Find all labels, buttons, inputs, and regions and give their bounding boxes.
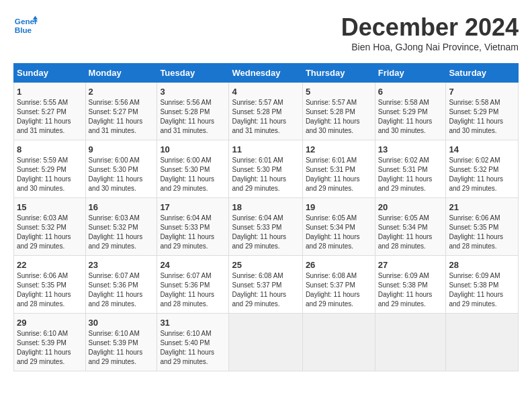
day-info: Sunrise: 6:05 AM Sunset: 5:34 PM Dayligh… [306,214,372,251]
day-cell: 16Sunrise: 6:03 AM Sunset: 5:32 PM Dayli… [85,198,157,256]
day-info: Sunrise: 6:10 AM Sunset: 5:40 PM Dayligh… [160,329,226,367]
day-cell [446,314,519,371]
day-number: 7 [449,87,515,97]
day-cell: 29Sunrise: 6:10 AM Sunset: 5:39 PM Dayli… [14,314,86,371]
col-wednesday: Wednesday [229,64,302,83]
day-cell: 20Sunrise: 6:05 AM Sunset: 5:34 PM Dayli… [375,198,446,256]
day-number: 2 [89,87,154,97]
day-cell: 8Sunrise: 5:59 AM Sunset: 5:29 PM Daylig… [14,140,86,198]
day-cell: 30Sunrise: 6:10 AM Sunset: 5:39 PM Dayli… [85,314,157,371]
day-cell: 1Sunrise: 5:55 AM Sunset: 5:27 PM Daylig… [14,83,86,140]
week-row-3: 22Sunrise: 6:06 AM Sunset: 5:35 PM Dayli… [14,256,519,314]
day-cell: 10Sunrise: 6:00 AM Sunset: 5:30 PM Dayli… [157,140,229,198]
day-info: Sunrise: 6:00 AM Sunset: 5:30 PM Dayligh… [160,156,226,193]
day-info: Sunrise: 6:07 AM Sunset: 5:36 PM Dayligh… [160,271,226,309]
day-info: Sunrise: 6:08 AM Sunset: 5:37 PM Dayligh… [306,271,372,309]
day-info: Sunrise: 6:03 AM Sunset: 5:32 PM Dayligh… [17,214,83,251]
day-number: 26 [306,260,372,270]
day-info: Sunrise: 6:02 AM Sunset: 5:31 PM Dayligh… [378,156,443,193]
day-info: Sunrise: 5:57 AM Sunset: 5:28 PM Dayligh… [306,98,372,136]
day-number: 13 [378,144,443,154]
day-number: 24 [160,260,226,270]
day-cell [302,314,375,371]
day-number: 29 [17,318,83,328]
col-tuesday: Tuesday [157,64,229,83]
col-monday: Monday [85,64,157,83]
day-cell [375,314,446,371]
day-info: Sunrise: 6:05 AM Sunset: 5:34 PM Dayligh… [378,214,443,251]
day-number: 30 [89,318,154,328]
day-info: Sunrise: 5:58 AM Sunset: 5:29 PM Dayligh… [449,98,515,136]
day-cell: 28Sunrise: 6:09 AM Sunset: 5:38 PM Dayli… [446,256,519,314]
day-number: 16 [89,202,154,212]
day-number: 8 [17,144,83,154]
header: General Blue December 2024 Bien Hoa, GJo… [13,13,519,60]
day-number: 28 [449,260,515,270]
day-info: Sunrise: 5:57 AM Sunset: 5:28 PM Dayligh… [232,98,299,136]
day-number: 23 [89,260,154,270]
day-info: Sunrise: 6:03 AM Sunset: 5:32 PM Dayligh… [89,214,154,251]
day-info: Sunrise: 6:09 AM Sunset: 5:38 PM Dayligh… [378,271,443,309]
calendar-table: Sunday Monday Tuesday Wednesday Thursday… [13,63,519,371]
day-cell: 9Sunrise: 6:00 AM Sunset: 5:30 PM Daylig… [85,140,157,198]
day-cell: 7Sunrise: 5:58 AM Sunset: 5:29 PM Daylig… [446,83,519,140]
day-number: 3 [160,87,226,97]
day-number: 12 [306,144,372,154]
month-title: December 2024 [341,13,519,42]
day-cell: 26Sunrise: 6:08 AM Sunset: 5:37 PM Dayli… [302,256,375,314]
day-info: Sunrise: 6:09 AM Sunset: 5:38 PM Dayligh… [449,271,515,309]
day-info: Sunrise: 6:06 AM Sunset: 5:35 PM Dayligh… [17,271,83,309]
day-cell: 3Sunrise: 5:56 AM Sunset: 5:28 PM Daylig… [157,83,229,140]
title-block: December 2024 Bien Hoa, GJong Nai Provin… [341,13,519,60]
day-cell: 24Sunrise: 6:07 AM Sunset: 5:36 PM Dayli… [157,256,229,314]
day-cell: 6Sunrise: 5:58 AM Sunset: 5:29 PM Daylig… [375,83,446,140]
day-info: Sunrise: 6:07 AM Sunset: 5:36 PM Dayligh… [89,271,154,309]
logo-icon: General Blue [13,13,38,38]
day-info: Sunrise: 5:58 AM Sunset: 5:29 PM Dayligh… [378,98,443,136]
day-info: Sunrise: 6:04 AM Sunset: 5:33 PM Dayligh… [160,214,226,251]
location-subtitle: Bien Hoa, GJong Nai Province, Vietnam [341,42,519,52]
week-row-1: 8Sunrise: 5:59 AM Sunset: 5:29 PM Daylig… [14,140,519,198]
day-cell: 12Sunrise: 6:01 AM Sunset: 5:31 PM Dayli… [302,140,375,198]
week-row-2: 15Sunrise: 6:03 AM Sunset: 5:32 PM Dayli… [14,198,519,256]
day-cell: 21Sunrise: 6:06 AM Sunset: 5:35 PM Dayli… [446,198,519,256]
day-number: 31 [160,318,226,328]
col-sunday: Sunday [14,64,86,83]
day-info: Sunrise: 6:10 AM Sunset: 5:39 PM Dayligh… [17,329,83,367]
day-number: 14 [449,144,515,154]
day-cell: 31Sunrise: 6:10 AM Sunset: 5:40 PM Dayli… [157,314,229,371]
day-cell: 15Sunrise: 6:03 AM Sunset: 5:32 PM Dayli… [14,198,86,256]
day-info: Sunrise: 6:10 AM Sunset: 5:39 PM Dayligh… [89,329,154,367]
col-friday: Friday [375,64,446,83]
day-info: Sunrise: 5:56 AM Sunset: 5:27 PM Dayligh… [89,98,154,136]
day-cell: 19Sunrise: 6:05 AM Sunset: 5:34 PM Dayli… [302,198,375,256]
day-number: 11 [232,144,299,154]
day-cell: 22Sunrise: 6:06 AM Sunset: 5:35 PM Dayli… [14,256,86,314]
day-cell: 23Sunrise: 6:07 AM Sunset: 5:36 PM Dayli… [85,256,157,314]
day-info: Sunrise: 5:56 AM Sunset: 5:28 PM Dayligh… [160,98,226,136]
day-number: 5 [306,87,372,97]
day-cell: 25Sunrise: 6:08 AM Sunset: 5:37 PM Dayli… [229,256,302,314]
day-cell: 14Sunrise: 6:02 AM Sunset: 5:32 PM Dayli… [446,140,519,198]
col-thursday: Thursday [302,64,375,83]
week-row-0: 1Sunrise: 5:55 AM Sunset: 5:27 PM Daylig… [14,83,519,140]
day-info: Sunrise: 5:55 AM Sunset: 5:27 PM Dayligh… [17,98,83,136]
day-number: 21 [449,202,515,212]
day-info: Sunrise: 6:01 AM Sunset: 5:31 PM Dayligh… [306,156,372,193]
day-cell [229,314,302,371]
day-number: 20 [378,202,443,212]
day-number: 19 [306,202,372,212]
day-cell: 11Sunrise: 6:01 AM Sunset: 5:30 PM Dayli… [229,140,302,198]
col-saturday: Saturday [446,64,519,83]
week-row-4: 29Sunrise: 6:10 AM Sunset: 5:39 PM Dayli… [14,314,519,371]
day-info: Sunrise: 6:02 AM Sunset: 5:32 PM Dayligh… [449,156,515,193]
day-number: 27 [378,260,443,270]
day-cell: 13Sunrise: 6:02 AM Sunset: 5:31 PM Dayli… [375,140,446,198]
day-info: Sunrise: 6:01 AM Sunset: 5:30 PM Dayligh… [232,156,299,193]
day-info: Sunrise: 6:04 AM Sunset: 5:33 PM Dayligh… [232,214,299,251]
day-info: Sunrise: 5:59 AM Sunset: 5:29 PM Dayligh… [17,156,83,193]
day-cell: 27Sunrise: 6:09 AM Sunset: 5:38 PM Dayli… [375,256,446,314]
day-cell: 18Sunrise: 6:04 AM Sunset: 5:33 PM Dayli… [229,198,302,256]
logo: General Blue [13,13,38,38]
day-number: 4 [232,87,299,97]
